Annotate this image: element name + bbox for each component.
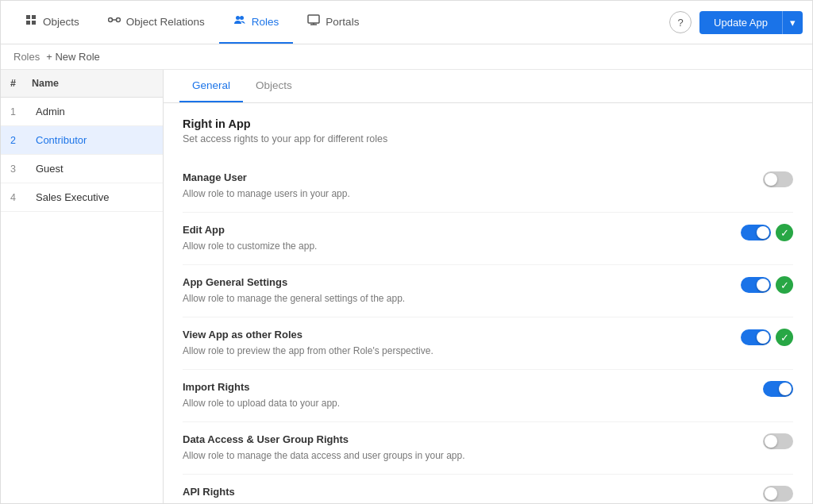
new-role-button[interactable]: + New Role <box>46 51 100 63</box>
tab-roles-label: Roles <box>252 16 279 28</box>
role-name-guest: Guest <box>36 163 64 175</box>
tab-roles[interactable]: Roles <box>219 1 294 44</box>
permission-name: Edit App <box>183 224 725 236</box>
update-app-button[interactable]: Update App <box>699 11 782 34</box>
permission-toggle[interactable] <box>763 433 793 449</box>
permission-item: Manage UserAllow role to manage users in… <box>183 160 793 213</box>
svg-point-8 <box>240 16 244 20</box>
roles-list-header: # Name <box>1 70 163 98</box>
tab-portals-label: Portals <box>326 16 359 28</box>
detail-body: Right in App Set access rights to your a… <box>164 103 812 503</box>
permission-item: App General SettingsAllow role to manage… <box>183 265 793 317</box>
svg-point-4 <box>108 18 112 22</box>
permission-toggle[interactable] <box>741 225 771 240</box>
tab-object-relations[interactable]: Object Relations <box>94 1 219 44</box>
permission-controls <box>763 381 793 397</box>
permission-desc: Allow role to upload data to your app. <box>183 396 484 410</box>
permission-toggle[interactable] <box>741 277 771 293</box>
toggle-thumb <box>765 487 777 500</box>
svg-rect-3 <box>32 21 36 25</box>
permission-info: API RightsAllow role to use the API. <box>183 486 747 503</box>
tab-objects-detail[interactable]: Objects <box>243 70 305 102</box>
permission-desc: Allow role to preview the app from other… <box>183 344 484 358</box>
top-nav: Objects Object Relations Roles Portals <box>1 1 812 44</box>
objects-icon <box>25 13 37 29</box>
permission-info: Manage UserAllow role to manage users in… <box>183 171 747 201</box>
toggle-thumb <box>765 435 777 448</box>
permission-name: View App as other Roles <box>183 329 725 340</box>
permission-info: Edit AppAllow role to customize the app. <box>183 224 725 253</box>
permission-name: API Rights <box>183 486 747 498</box>
breadcrumb-bar: Roles + New Role <box>1 44 812 70</box>
permission-info: Data Access & User Group RightsAllow rol… <box>183 433 747 463</box>
tab-general[interactable]: General <box>179 70 243 102</box>
svg-point-5 <box>116 18 120 22</box>
role-num-4: 4 <box>10 192 23 203</box>
role-item-admin[interactable]: 1 Admin <box>1 98 163 126</box>
permission-info: Import RightsAllow role to upload data t… <box>183 381 747 410</box>
permission-desc: Allow role to use the API. <box>183 501 484 503</box>
permission-controls: ✓ <box>741 329 793 346</box>
permission-controls <box>763 486 793 502</box>
new-role-label: + New Role <box>46 51 100 63</box>
toggle-thumb <box>779 383 792 395</box>
svg-point-7 <box>236 16 240 20</box>
permission-controls: ✓ <box>741 224 793 241</box>
role-item-sales-executive[interactable]: 4 Sales Executive <box>1 183 163 212</box>
permission-toggle[interactable] <box>763 381 793 397</box>
permission-info: App General SettingsAllow role to manage… <box>183 276 725 306</box>
permission-toggle[interactable] <box>741 329 771 345</box>
permission-desc: Allow role to manage the data access and… <box>183 448 484 463</box>
main-content: # Name 1 Admin 2 Contributor 3 Guest 4 S… <box>1 70 812 503</box>
toggle-thumb <box>757 279 769 291</box>
breadcrumb-label: Roles <box>13 51 40 63</box>
roles-icon <box>233 13 246 29</box>
check-circle-icon: ✓ <box>776 224 793 241</box>
svg-rect-1 <box>32 15 36 19</box>
permission-desc: Allow role to manage the general setting… <box>183 291 484 306</box>
role-item-guest[interactable]: 3 Guest <box>1 155 163 183</box>
update-btn-group: Update App ▾ <box>699 11 803 34</box>
tab-general-label: General <box>192 79 230 91</box>
tab-objects[interactable]: Objects <box>10 1 94 44</box>
permission-info: View App as other RolesAllow role to pre… <box>183 329 725 358</box>
permission-toggle[interactable] <box>763 486 793 502</box>
permission-controls <box>763 171 793 187</box>
permission-name: Import Rights <box>183 381 747 393</box>
object-relations-icon <box>108 13 121 29</box>
nav-tabs: Objects Object Relations Roles Portals <box>10 1 669 44</box>
svg-rect-9 <box>308 15 319 23</box>
tab-objects-label: Objects <box>43 16 79 28</box>
update-app-caret[interactable]: ▾ <box>782 11 803 34</box>
permission-item: Import RightsAllow role to upload data t… <box>183 370 793 422</box>
toggle-thumb <box>757 226 769 239</box>
role-num-2: 2 <box>10 135 23 146</box>
permissions-list: Manage UserAllow role to manage users in… <box>183 160 793 503</box>
role-detail: General Objects Right in App Set access … <box>164 70 812 503</box>
toggle-thumb <box>757 331 769 344</box>
role-name-admin: Admin <box>36 106 65 117</box>
role-name-sales-executive: Sales Executive <box>36 191 110 203</box>
toggle-thumb <box>765 173 777 186</box>
tab-object-relations-label: Object Relations <box>126 16 205 28</box>
permission-name: App General Settings <box>183 276 725 288</box>
permission-controls: ✓ <box>741 276 793 294</box>
roles-list: # Name 1 Admin 2 Contributor 3 Guest 4 S… <box>1 70 164 503</box>
tab-portals[interactable]: Portals <box>293 1 373 44</box>
help-button[interactable]: ? <box>669 11 692 33</box>
permission-item: Edit AppAllow role to customize the app.… <box>183 213 793 265</box>
svg-rect-0 <box>26 15 30 19</box>
detail-tabs: General Objects <box>164 70 812 103</box>
permission-name: Data Access & User Group Rights <box>183 433 747 445</box>
role-item-contributor[interactable]: 2 Contributor <box>1 126 163 155</box>
role-num-1: 1 <box>10 106 23 117</box>
section-title: Right in App <box>183 117 793 130</box>
permission-item: API RightsAllow role to use the API. <box>183 475 793 503</box>
permission-desc: Allow role to customize the app. <box>183 239 484 253</box>
permission-item: View App as other RolesAllow role to pre… <box>183 317 793 370</box>
check-circle-icon: ✓ <box>776 329 793 346</box>
role-num-3: 3 <box>10 164 23 175</box>
permission-toggle[interactable] <box>763 171 793 187</box>
svg-rect-2 <box>26 21 30 25</box>
app-container: Objects Object Relations Roles Portals <box>0 0 813 504</box>
